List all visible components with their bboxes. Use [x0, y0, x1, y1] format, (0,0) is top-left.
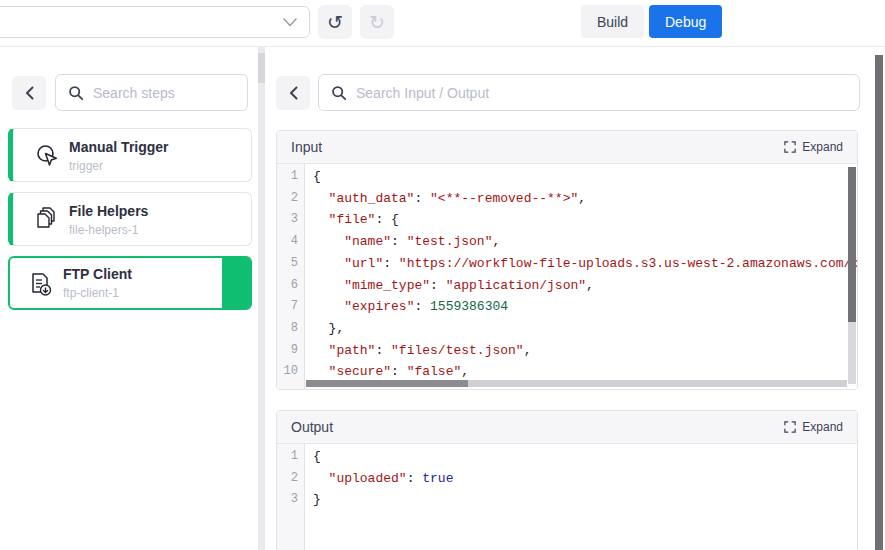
expand-label: Expand — [802, 140, 843, 154]
code-line: 5 "url": "https://workflow-file-uploads.… — [277, 253, 857, 275]
code-line: 1{ — [277, 446, 857, 468]
code-line: 2 "auth_data": "<**--removed--**>", — [277, 188, 857, 210]
input-section-title: Input — [291, 139, 322, 155]
line-number: 7 — [277, 296, 305, 318]
expand-icon — [784, 421, 796, 433]
input-code-lines: 1{2 "auth_data": "<**--removed--**>",3 "… — [277, 166, 857, 383]
line-number: 4 — [277, 231, 305, 253]
panel-collapse-button[interactable] — [276, 76, 310, 110]
input-vertical-scrollbar-track — [848, 322, 856, 384]
chevron-down-icon — [283, 18, 297, 27]
undo-icon: ↺ — [327, 11, 343, 33]
debug-panel: Input Expand 1{2 "auth_data": "<**--remo… — [270, 47, 870, 550]
step-card-file-helpers[interactable]: File Helpers file-helpers-1 — [8, 192, 252, 246]
debug-button[interactable]: Debug — [649, 5, 722, 38]
step-card-manual-trigger[interactable]: Manual Trigger trigger — [8, 128, 252, 182]
code-line: 3} — [277, 489, 857, 511]
redo-icon: ↻ — [369, 11, 385, 33]
code-line: 7 "expires": 1559386304 — [277, 296, 857, 318]
output-section: Output Expand 1{2 "uploaded": true3} — [276, 410, 858, 550]
code-line: 4 "name": "test.json", — [277, 231, 857, 253]
line-number: 1 — [277, 446, 305, 468]
ftp-client-icon — [27, 271, 55, 299]
step-card-ftp-client[interactable]: FTP Client ftp-client-1 — [8, 256, 252, 310]
undo-button[interactable]: ↺ — [318, 5, 352, 39]
line-number: 10 — [277, 361, 305, 383]
chevron-left-icon — [25, 86, 34, 100]
output-section-title: Output — [291, 419, 333, 435]
search-icon — [331, 85, 347, 101]
input-horizontal-scrollbar-thumb[interactable] — [306, 380, 468, 387]
build-button[interactable]: Build — [581, 5, 644, 38]
line-number: 3 — [277, 489, 305, 511]
redo-button[interactable]: ↻ — [360, 5, 394, 39]
panel-vertical-scrollbar[interactable] — [875, 55, 883, 550]
io-search-input[interactable] — [356, 85, 859, 101]
steps-search-input[interactable] — [93, 85, 274, 101]
file-helpers-icon — [33, 206, 61, 234]
output-code-lines: 1{2 "uploaded": true3} — [277, 446, 857, 511]
expand-label: Expand — [802, 420, 843, 434]
code-line: 9 "path": "files/test.json", — [277, 340, 857, 362]
code-line: 3 "file": { — [277, 209, 857, 231]
manual-trigger-icon — [33, 142, 61, 170]
output-code-editor: 1{2 "uploaded": true3} — [277, 444, 857, 550]
input-horizontal-scrollbar[interactable] — [306, 380, 847, 387]
line-number: 5 — [277, 253, 305, 275]
code-line: 8 }, — [277, 318, 857, 340]
step-subtitle: trigger — [69, 159, 169, 173]
steps-sidebar: Manual Trigger trigger File Helpers file… — [0, 47, 256, 550]
line-number: 1 — [277, 166, 305, 188]
input-expand-button[interactable]: Expand — [784, 140, 843, 154]
sidebar-scrollbar[interactable] — [258, 47, 265, 550]
chevron-left-icon — [289, 86, 298, 100]
line-number: 2 — [277, 188, 305, 210]
input-code-editor: 1{2 "auth_data": "<**--removed--**>",3 "… — [277, 164, 857, 389]
steps-search — [55, 74, 248, 111]
output-expand-button[interactable]: Expand — [784, 420, 843, 434]
line-number: 9 — [277, 340, 305, 362]
selected-step-indicator — [222, 258, 250, 308]
code-line: 6 "mime_type": "application/json", — [277, 275, 857, 297]
step-title: FTP Client — [63, 266, 132, 282]
sidebar-collapse-button[interactable] — [12, 76, 46, 110]
io-search — [318, 74, 860, 111]
step-title: File Helpers — [69, 203, 148, 219]
input-vertical-scrollbar-thumb[interactable] — [848, 167, 856, 322]
code-line: 2 "uploaded": true — [277, 468, 857, 490]
step-subtitle: ftp-client-1 — [63, 286, 132, 300]
line-number: 8 — [277, 318, 305, 340]
code-line: 1{ — [277, 166, 857, 188]
step-title: Manual Trigger — [69, 139, 169, 155]
input-section: Input Expand 1{2 "auth_data": "<**--remo… — [276, 130, 858, 390]
workflow-version-select[interactable] — [0, 6, 310, 38]
step-subtitle: file-helpers-1 — [69, 223, 148, 237]
search-icon — [68, 85, 84, 101]
expand-icon — [784, 141, 796, 153]
line-number: 6 — [277, 275, 305, 297]
top-toolbar: ↺ ↻ Build Debug — [0, 0, 885, 47]
line-number: 3 — [277, 209, 305, 231]
line-number: 2 — [277, 468, 305, 490]
sidebar-scrollbar-thumb[interactable] — [258, 53, 265, 83]
